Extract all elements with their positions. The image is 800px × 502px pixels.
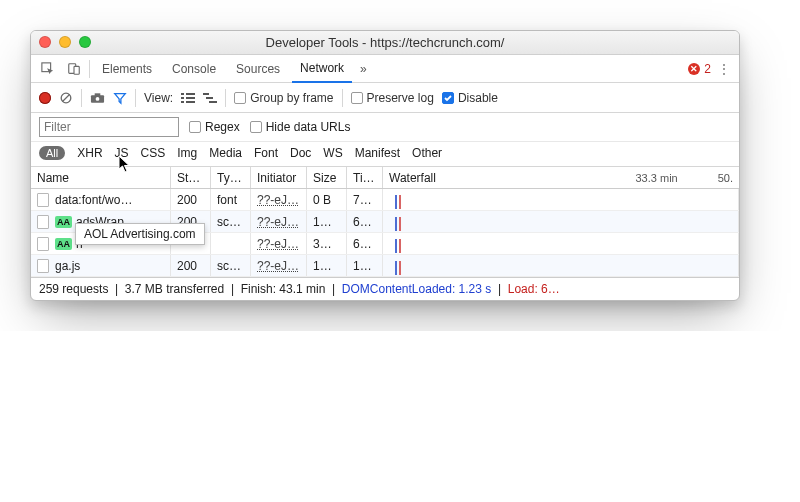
cell-initiator[interactable]: ??-eJ… [251,233,307,254]
close-window-button[interactable] [39,36,51,48]
cell-type: sc… [211,211,251,232]
cell-size: 0 B [307,189,347,210]
file-icon [37,215,49,229]
status-requests: 259 requests [39,282,108,296]
tabs-overflow[interactable]: » [356,55,371,83]
col-initiator[interactable]: Initiator [251,167,307,188]
separator [81,89,82,107]
type-filter-manifest[interactable]: Manifest [355,146,400,160]
checkbox-icon [234,92,246,104]
device-toolbar-icon[interactable] [63,59,85,79]
waterfall-ticks: 33.3 min 50. [636,167,734,188]
ad-badge: AA [55,238,72,250]
col-size[interactable]: Size [307,167,347,188]
separator [225,89,226,107]
clear-button[interactable] [59,91,73,105]
type-filter-ws[interactable]: WS [323,146,342,160]
cell-status: 200 [171,189,211,210]
cell-initiator[interactable]: ??-eJ… [251,255,307,276]
error-count[interactable]: ✕ 2 [688,62,711,76]
tab-sources[interactable]: Sources [228,55,288,83]
waterfall-view-icon[interactable] [203,92,217,104]
type-filter-doc[interactable]: Doc [290,146,311,160]
svg-rect-6 [95,93,101,96]
cell-time: 6… [347,211,383,232]
preserve-log-checkbox[interactable]: Preserve log [351,91,434,105]
settings-menu-icon[interactable]: ⋮ [715,62,733,76]
waterfall-tick: 33.3 min [636,172,678,184]
capture-screenshots-icon[interactable] [90,92,105,104]
checkbox-icon [351,92,363,104]
network-table-header: Name St… Ty… Initiator Size Ti… Waterfal… [31,167,739,189]
panel-tabs: Elements Console Sources Network » ✕ 2 ⋮ [31,55,739,83]
tab-console[interactable]: Console [164,55,224,83]
type-filter-all[interactable]: All [39,146,65,160]
col-name[interactable]: Name [31,167,171,188]
filter-input[interactable] [39,117,179,137]
cell-name: ga.js [31,255,171,276]
cell-initiator[interactable]: ??-eJ… [251,189,307,210]
regex-checkbox[interactable]: Regex [189,120,240,134]
checkbox-icon [189,121,201,133]
tooltip: AOL Advertising.com [75,223,205,245]
disable-cache-checkbox[interactable]: Disable [442,91,498,105]
cell-waterfall [383,211,739,232]
tab-elements[interactable]: Elements [94,55,160,83]
waterfall-label: Waterfall [389,171,436,185]
status-domcontentloaded: DOMContentLoaded: 1.23 s [342,282,491,296]
col-waterfall[interactable]: Waterfall 33.3 min 50. [383,167,739,188]
group-by-frame-checkbox[interactable]: Group by frame [234,91,333,105]
cell-size: 1… [307,211,347,232]
svg-rect-8 [181,93,184,95]
file-icon [37,237,49,251]
col-time[interactable]: Ti… [347,167,383,188]
cell-size: 3… [307,233,347,254]
svg-rect-14 [203,93,209,95]
svg-rect-16 [209,101,217,103]
error-count-value: 2 [704,62,711,76]
cell-initiator[interactable]: ??-eJ… [251,211,307,232]
table-row[interactable]: ga.js 200 sc… ??-eJ… 1… 1… [31,255,739,277]
svg-rect-10 [181,97,184,99]
table-row[interactable]: data:font/wo… 200 font ??-eJ… 0 B 7… [31,189,739,211]
disable-cache-label: Disable [458,91,498,105]
separator [89,60,90,78]
status-finish: Finish: 43.1 min [241,282,326,296]
file-icon [37,193,49,207]
type-filter-media[interactable]: Media [209,146,242,160]
record-button[interactable] [39,92,51,104]
file-icon [37,259,49,273]
inspect-element-icon[interactable] [37,59,59,79]
ad-badge: AA [55,216,72,228]
type-filter-other[interactable]: Other [412,146,442,160]
type-filter-css[interactable]: CSS [141,146,166,160]
view-label: View: [144,91,173,105]
type-filter-img[interactable]: Img [177,146,197,160]
type-filter-js[interactable]: JS [115,146,129,160]
network-toolbar: View: Group by frame Preserve log Disabl… [31,83,739,113]
large-rows-icon[interactable] [181,92,195,104]
filter-row: Regex Hide data URLs [31,113,739,142]
col-type[interactable]: Ty… [211,167,251,188]
maximize-window-button[interactable] [79,36,91,48]
window-title: Developer Tools - https://techcrunch.com… [31,35,739,50]
group-by-frame-label: Group by frame [250,91,333,105]
filter-toggle-icon[interactable] [113,91,127,105]
type-filter-xhr[interactable]: XHR [77,146,102,160]
cell-type [211,233,251,254]
minimize-window-button[interactable] [59,36,71,48]
cell-name: data:font/wo… [31,189,171,210]
cell-type: sc… [211,255,251,276]
checkbox-icon [250,121,262,133]
cell-time: 1… [347,255,383,276]
waterfall-tick: 50. [718,172,733,184]
svg-rect-15 [206,97,213,99]
col-status[interactable]: St… [171,167,211,188]
regex-label: Regex [205,120,240,134]
type-filter-font[interactable]: Font [254,146,278,160]
separator [342,89,343,107]
hide-data-urls-checkbox[interactable]: Hide data URLs [250,120,351,134]
checkbox-icon [442,92,454,104]
svg-rect-11 [186,97,195,99]
tab-network[interactable]: Network [292,55,352,83]
